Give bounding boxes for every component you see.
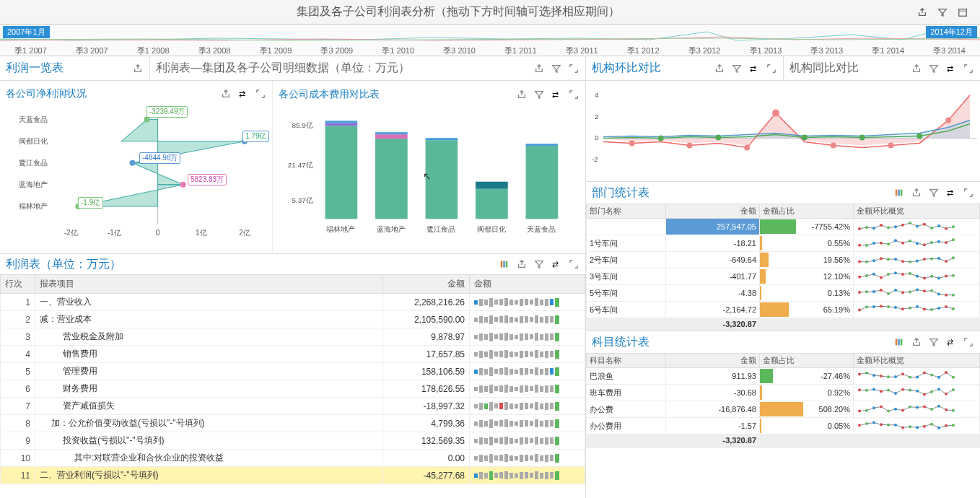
filter-icon[interactable]	[928, 187, 940, 198]
expand-icon[interactable]	[568, 258, 579, 270]
expand-icon[interactable]	[766, 63, 777, 74]
table-row[interactable]: 办公费用-1.570.05%	[587, 418, 980, 434]
settings-icon[interactable]: ⇄	[551, 258, 562, 270]
svg-point-59	[772, 110, 779, 117]
svg-point-140	[945, 294, 948, 297]
filter-icon[interactable]	[731, 63, 743, 74]
svg-text:-2亿: -2亿	[64, 229, 78, 237]
filter-icon[interactable]	[937, 6, 948, 18]
profit-table[interactable]: 行次 报表项目 金额 金额 1一、营业收入2,268,216.262减：营业成本…	[0, 274, 585, 484]
export-icon[interactable]	[911, 336, 922, 348]
table-row[interactable]: 11二、营业利润(亏损以"-"号填列)-45,277.68	[1, 467, 585, 484]
export-icon[interactable]	[220, 88, 232, 100]
table-row[interactable]: 2减：营业成本2,105,590.00	[1, 311, 585, 328]
table-row[interactable]: 257,547.05-7755.42%	[587, 219, 980, 235]
filter-icon[interactable]	[533, 258, 545, 270]
timeline-end-badge[interactable]: 2014年12月	[926, 26, 977, 38]
settings-icon[interactable]: ⇄	[945, 187, 957, 198]
settings-icon[interactable]: ⇄	[945, 63, 957, 74]
table-row[interactable]: 班车费用-30.680.92%	[587, 385, 980, 401]
svg-rect-45	[506, 261, 508, 268]
filter-icon[interactable]	[928, 336, 940, 348]
svg-point-120	[901, 273, 904, 276]
svg-point-136	[916, 288, 919, 291]
calendar-icon[interactable]	[957, 6, 968, 18]
export-icon[interactable]	[916, 6, 928, 18]
subj-table[interactable]: 科目名称 金额 金额占比 金额环比概览 巴浪鱼911.93-27.46%班车费用…	[586, 353, 980, 447]
table-row[interactable]: 4销售费用17,657.85	[1, 346, 585, 363]
chart-label: -3239.49万	[146, 106, 188, 118]
svg-point-178	[887, 389, 890, 392]
svg-point-96	[930, 241, 933, 244]
settings-icon[interactable]: ⇄	[748, 63, 760, 74]
settings-icon[interactable]: ⇄	[237, 88, 249, 100]
filter-icon[interactable]	[533, 89, 545, 100]
svg-point-61	[888, 142, 893, 148]
svg-text:福林地产: 福林地产	[326, 226, 355, 234]
settings-icon[interactable]: ⇄	[945, 336, 957, 348]
columns-icon[interactable]	[893, 187, 905, 198]
export-icon[interactable]	[911, 187, 922, 198]
svg-point-108	[916, 260, 919, 263]
export-icon[interactable]	[533, 63, 545, 74]
svg-rect-70	[901, 190, 903, 196]
svg-text:鹭江食品: 鹭江食品	[426, 226, 455, 234]
expand-icon[interactable]	[963, 63, 974, 74]
svg-point-167	[909, 375, 911, 378]
table-row[interactable]: 5号车间-4.380.13%	[587, 285, 980, 302]
export-icon[interactable]	[911, 63, 922, 74]
expand-icon[interactable]	[963, 187, 974, 198]
timeline-selector[interactable]: 2007年1月 2014年12月 季1 2007季3 2007季1 2008季3…	[0, 25, 980, 56]
svg-point-208	[901, 426, 904, 429]
export-icon[interactable]	[516, 89, 528, 100]
svg-point-154	[945, 305, 948, 308]
table-row[interactable]: 3营业税金及附加9,878.97	[1, 328, 585, 346]
svg-point-170	[930, 374, 933, 377]
table-row[interactable]: 10其中:对联营企业和合伙企业的投资收益0.00	[1, 450, 585, 467]
svg-rect-36	[526, 147, 559, 219]
table-row[interactable]: 6财务费用178,626.55	[1, 380, 585, 398]
svg-rect-156	[896, 339, 898, 346]
table-row[interactable]: 1号车间-18.210.55%	[587, 235, 980, 252]
table-row[interactable]: 8加：公允价值变动收益(亏损以"-"号填列)4,799.36	[1, 415, 585, 432]
expand-icon[interactable]	[255, 88, 266, 100]
export-icon[interactable]	[714, 63, 725, 74]
table-row[interactable]: 1一、营业收入2,268,216.26	[1, 294, 585, 311]
export-icon[interactable]	[516, 258, 528, 270]
table-row[interactable]: 6号车间-2,164.7265.19%	[587, 302, 980, 318]
svg-point-80	[916, 225, 919, 228]
table-row[interactable]: 7资产减值损失-18,997.32	[1, 398, 585, 415]
filter-icon[interactable]	[551, 63, 562, 74]
export-icon[interactable]	[132, 63, 144, 74]
svg-rect-43	[501, 261, 503, 268]
svg-rect-34	[476, 189, 508, 219]
table-row[interactable]: 5管理费用158,106.59	[1, 363, 585, 380]
table-row[interactable]: 办公费-16,876.48508.20%	[587, 401, 980, 418]
svg-point-143	[865, 305, 868, 308]
org-compare-chart[interactable]: 420-2	[586, 81, 980, 182]
table-row[interactable]: 3号车间-401.7712.10%	[587, 268, 980, 285]
columns-icon[interactable]	[893, 336, 905, 348]
timeline-start-badge[interactable]: 2007年1月	[3, 26, 50, 38]
table-row[interactable]: 9投资收益(亏损以"-"号填列)132,569.35	[1, 432, 585, 450]
table-row[interactable]: 巴浪鱼911.93-27.46%	[587, 368, 980, 385]
netprofit-chart-panel: 各公司净利润状况 ⇄	[0, 81, 273, 253]
svg-rect-68	[896, 190, 898, 196]
netprofit-chart[interactable]: 天蓝食品 闽都日化 鹭江食品 蓝海地产 福林地产 -2亿 -1亿 0 1亿 2亿	[6, 100, 266, 248]
filter-icon[interactable]	[928, 63, 940, 74]
svg-text:蓝海地产: 蓝海地产	[377, 226, 406, 234]
expand-icon[interactable]	[963, 336, 974, 348]
dept-table[interactable]: 部门名称 金额 金额占比 金额环比概览 257,547.05-7755.42%1…	[586, 204, 980, 331]
settings-icon[interactable]: ⇄	[551, 89, 562, 100]
summary-title: 利润一览表	[6, 61, 64, 76]
columns-icon[interactable]	[499, 258, 510, 270]
svg-point-214	[945, 424, 948, 427]
table-row[interactable]: 2号车间-649.6419.56%	[587, 252, 980, 268]
cost-chart[interactable]: 85.9亿 21.47亿 5.37亿 福林地产	[279, 102, 579, 248]
expand-icon[interactable]	[568, 63, 579, 74]
svg-text:⇄: ⇄	[947, 188, 953, 197]
expand-icon[interactable]	[568, 89, 579, 100]
profit-table-title: 利润表（单位：万元）	[6, 257, 121, 272]
svg-point-117	[880, 276, 883, 279]
svg-point-102	[872, 259, 875, 262]
